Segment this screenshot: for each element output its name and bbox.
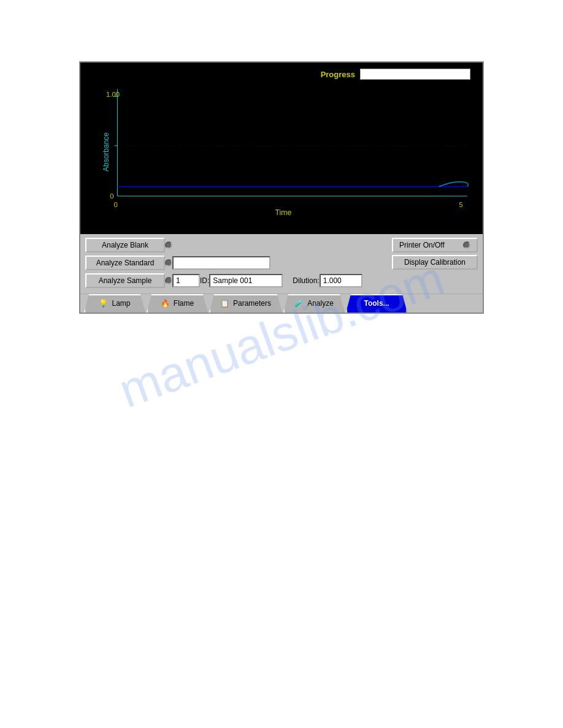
printer-btn-label: Printer On/Off [399,241,445,249]
id-input[interactable] [209,274,283,287]
display-calibration-button[interactable]: Display Calibration [392,255,478,270]
main-window: Progress Absorbance 1.00 0 [79,61,484,314]
progress-bar [360,69,470,80]
chart-plot: Absorbance 1.00 0 0 5 [86,85,477,219]
tab-analyze[interactable]: 🧪 Analyze [283,294,345,313]
analyze-blank-row: Analyze Blank [85,238,387,252]
left-controls: Analyze Blank Analyze Standard Analyze S… [85,238,387,291]
controls-main: Analyze Blank Analyze Standard Analyze S… [85,238,478,291]
dilution-label: Dilution: [293,276,319,285]
tab-tools[interactable]: Tools... [346,294,407,313]
tab-lamp[interactable]: 💡 Lamp [84,294,145,313]
id-label: ID: [200,276,209,285]
sample-num-input[interactable] [172,274,200,287]
analyze-standard-row: Analyze Standard [85,256,387,270]
tab-parameters[interactable]: 📋 Parameters [209,294,282,313]
analyze-standard-radio[interactable] [165,259,172,267]
chart-area: Progress Absorbance 1.00 0 [80,63,483,234]
lamp-icon: 💡 [99,299,108,308]
analyze-tab-label: Analyze [307,299,334,308]
analyze-sample-row: Analyze Sample ID: Dilution: [85,273,387,288]
progress-label: Progress [321,70,355,79]
analyze-blank-radio[interactable] [165,241,172,249]
svg-text:0: 0 [113,201,117,208]
svg-text:Time: Time [275,208,291,217]
analyze-sample-button[interactable]: Analyze Sample [85,273,165,288]
analyze-sample-radio[interactable] [165,277,172,284]
dilution-input[interactable] [320,274,362,287]
right-controls: Printer On/Off Display Calibration [392,238,478,291]
analyze-standard-button[interactable]: Analyze Standard [85,256,165,270]
svg-text:1.00: 1.00 [106,91,120,98]
analyze-blank-button[interactable]: Analyze Blank [85,238,165,252]
chart-inner: 1.00 0 0 5 Time [105,85,470,219]
lamp-tab-label: Lamp [112,299,130,308]
svg-text:5: 5 [459,201,463,208]
parameters-tab-label: Parameters [233,299,271,308]
flame-icon: 🔥 [161,299,170,308]
all-controls: Analyze Blank Analyze Standard Analyze S… [80,234,483,294]
tab-area: 💡 Lamp 🔥 Flame 📋 Parameters 🧪 Analyze To… [80,294,483,313]
parameters-icon: 📋 [220,299,229,308]
printer-on-off-button[interactable]: Printer On/Off [392,238,478,252]
flame-tab-label: Flame [174,299,194,308]
analyze-icon: 🧪 [294,299,304,308]
progress-row: Progress [86,69,477,80]
svg-text:0: 0 [110,192,113,200]
chart-svg: 1.00 0 0 5 Time [105,85,470,219]
standard-input[interactable] [172,256,270,270]
tab-flame[interactable]: 🔥 Flame [147,294,208,313]
printer-radio [463,241,470,249]
tools-tab-label: Tools... [364,299,389,308]
